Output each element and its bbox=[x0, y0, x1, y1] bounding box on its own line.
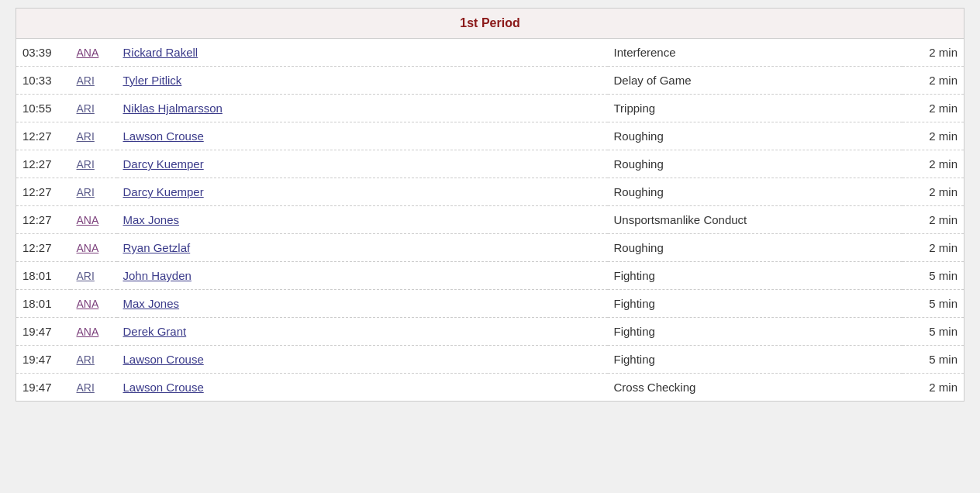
team-link[interactable]: ANA bbox=[77, 298, 99, 310]
cell-team[interactable]: ARI bbox=[71, 95, 117, 122]
cell-infraction: Roughing bbox=[608, 150, 902, 178]
cell-infraction: Fighting bbox=[608, 262, 902, 290]
cell-time: 12:27 bbox=[16, 178, 71, 206]
cell-infraction: Unsportsmanlike Conduct bbox=[608, 206, 902, 234]
table-row: 19:47 ARI Lawson Crouse Cross Checking 2… bbox=[16, 374, 964, 402]
cell-team[interactable]: ARI bbox=[71, 262, 117, 290]
table-row: 10:33 ARI Tyler Pitlick Delay of Game 2 … bbox=[16, 67, 964, 95]
cell-team[interactable]: ANA bbox=[71, 290, 117, 318]
cell-time: 19:47 bbox=[16, 374, 71, 402]
cell-time: 19:47 bbox=[16, 346, 71, 374]
team-link[interactable]: ANA bbox=[77, 326, 99, 338]
cell-infraction: Roughing bbox=[608, 234, 902, 262]
cell-team[interactable]: ARI bbox=[71, 178, 117, 206]
cell-player[interactable]: Niklas Hjalmarsson bbox=[117, 95, 608, 122]
cell-duration: 5 min bbox=[902, 290, 964, 318]
cell-duration: 5 min bbox=[902, 318, 964, 346]
cell-player[interactable]: Derek Grant bbox=[117, 318, 608, 346]
cell-team[interactable]: ANA bbox=[71, 206, 117, 234]
cell-team[interactable]: ARI bbox=[71, 67, 117, 95]
cell-infraction: Tripping bbox=[608, 95, 902, 122]
cell-team[interactable]: ARI bbox=[71, 374, 117, 402]
cell-time: 18:01 bbox=[16, 262, 71, 290]
cell-player[interactable]: Rickard Rakell bbox=[117, 39, 608, 67]
cell-time: 12:27 bbox=[16, 234, 71, 262]
cell-duration: 2 min bbox=[902, 150, 964, 178]
cell-duration: 2 min bbox=[902, 206, 964, 234]
cell-player[interactable]: Max Jones bbox=[117, 206, 608, 234]
cell-player[interactable]: Lawson Crouse bbox=[117, 346, 608, 374]
cell-player[interactable]: Max Jones bbox=[117, 290, 608, 318]
cell-team[interactable]: ARI bbox=[71, 346, 117, 374]
team-link[interactable]: ARI bbox=[77, 381, 95, 394]
team-link[interactable]: ANA bbox=[77, 47, 99, 59]
table-row: 12:27 ARI Darcy Kuemper Roughing 2 min bbox=[16, 150, 964, 178]
cell-infraction: Cross Checking bbox=[608, 374, 902, 402]
player-link[interactable]: Niklas Hjalmarsson bbox=[123, 102, 223, 115]
team-link[interactable]: ARI bbox=[77, 186, 95, 198]
player-link[interactable]: Lawson Crouse bbox=[123, 353, 204, 366]
cell-time: 19:47 bbox=[16, 318, 71, 346]
table-row: 12:27 ANA Max Jones Unsportsmanlike Cond… bbox=[16, 206, 964, 234]
cell-player[interactable]: Lawson Crouse bbox=[117, 374, 608, 402]
cell-team[interactable]: ANA bbox=[71, 39, 117, 67]
player-link[interactable]: Darcy Kuemper bbox=[123, 185, 204, 198]
table-row: 10:55 ARI Niklas Hjalmarsson Tripping 2 … bbox=[16, 95, 964, 122]
player-link[interactable]: Max Jones bbox=[123, 297, 180, 310]
cell-infraction: Roughing bbox=[608, 122, 902, 150]
cell-duration: 5 min bbox=[902, 262, 964, 290]
player-link[interactable]: Tyler Pitlick bbox=[123, 74, 182, 87]
table-row: 18:01 ARI John Hayden Fighting 5 min bbox=[16, 262, 964, 290]
team-link[interactable]: ARI bbox=[77, 102, 95, 115]
team-link[interactable]: ARI bbox=[77, 158, 95, 171]
period-header-row: 1st Period bbox=[16, 9, 964, 39]
cell-team[interactable]: ANA bbox=[71, 318, 117, 346]
cell-player[interactable]: Lawson Crouse bbox=[117, 122, 608, 150]
cell-infraction: Fighting bbox=[608, 346, 902, 374]
table-row: 19:47 ANA Derek Grant Fighting 5 min bbox=[16, 318, 964, 346]
table-row: 12:27 ARI Darcy Kuemper Roughing 2 min bbox=[16, 178, 964, 206]
cell-team[interactable]: ANA bbox=[71, 234, 117, 262]
player-link[interactable]: Rickard Rakell bbox=[123, 46, 198, 59]
player-link[interactable]: John Hayden bbox=[123, 269, 192, 282]
team-link[interactable]: ANA bbox=[77, 242, 99, 254]
team-link[interactable]: ARI bbox=[77, 353, 95, 366]
player-link[interactable]: Ryan Getzlaf bbox=[123, 241, 191, 254]
cell-duration: 2 min bbox=[902, 39, 964, 67]
cell-time: 10:33 bbox=[16, 67, 71, 95]
team-link[interactable]: ARI bbox=[77, 130, 95, 143]
team-link[interactable]: ARI bbox=[77, 270, 95, 282]
penalty-table: 1st Period 03:39 ANA Rickard Rakell Inte… bbox=[16, 8, 964, 402]
cell-player[interactable]: Tyler Pitlick bbox=[117, 67, 608, 95]
cell-player[interactable]: Darcy Kuemper bbox=[117, 150, 608, 178]
cell-infraction: Roughing bbox=[608, 178, 902, 206]
cell-infraction: Delay of Game bbox=[608, 67, 902, 95]
cell-time: 12:27 bbox=[16, 150, 71, 178]
player-link[interactable]: Derek Grant bbox=[123, 325, 187, 338]
cell-player[interactable]: Ryan Getzlaf bbox=[117, 234, 608, 262]
team-link[interactable]: ANA bbox=[77, 214, 99, 226]
player-link[interactable]: Darcy Kuemper bbox=[123, 157, 204, 171]
cell-duration: 2 min bbox=[902, 122, 964, 150]
table-row: 18:01 ANA Max Jones Fighting 5 min bbox=[16, 290, 964, 318]
cell-infraction: Fighting bbox=[608, 290, 902, 318]
cell-time: 18:01 bbox=[16, 290, 71, 318]
cell-player[interactable]: John Hayden bbox=[117, 262, 608, 290]
player-link[interactable]: Lawson Crouse bbox=[123, 129, 204, 143]
player-link[interactable]: Max Jones bbox=[123, 213, 180, 226]
cell-team[interactable]: ARI bbox=[71, 150, 117, 178]
table-row: 03:39 ANA Rickard Rakell Interference 2 … bbox=[16, 39, 964, 67]
cell-player[interactable]: Darcy Kuemper bbox=[117, 178, 608, 206]
cell-duration: 2 min bbox=[902, 178, 964, 206]
cell-time: 10:55 bbox=[16, 95, 71, 122]
table-row: 19:47 ARI Lawson Crouse Fighting 5 min bbox=[16, 346, 964, 374]
player-link[interactable]: Lawson Crouse bbox=[123, 381, 204, 394]
cell-duration: 2 min bbox=[902, 234, 964, 262]
cell-duration: 2 min bbox=[902, 374, 964, 402]
cell-infraction: Fighting bbox=[608, 318, 902, 346]
cell-duration: 2 min bbox=[902, 95, 964, 122]
cell-time: 03:39 bbox=[16, 39, 71, 67]
cell-infraction: Interference bbox=[608, 39, 902, 67]
cell-team[interactable]: ARI bbox=[71, 122, 117, 150]
team-link[interactable]: ARI bbox=[77, 74, 95, 87]
